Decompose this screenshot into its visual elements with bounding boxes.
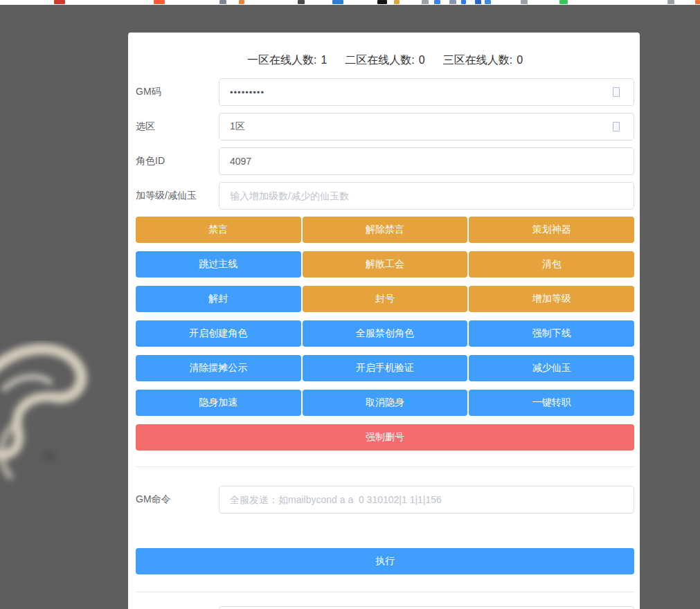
bookmarks-strip <box>0 0 700 5</box>
gm-tool-card: 一区在线人数:1 二区在线人数:0 三区在线人数:0 GM码 •••••••••… <box>128 33 640 609</box>
gm-command-label: GM命令 <box>136 493 219 506</box>
level-jade-row: 加等级/减仙玉 <box>136 182 634 210</box>
zone-select[interactable]: 1区 <box>219 113 634 140</box>
unban-button[interactable]: 解封 <box>136 286 301 312</box>
favicon-icon[interactable] <box>667 0 674 4</box>
zone3-online-value: 0 <box>517 54 523 66</box>
zone1-online-count: 一区在线人数:1 <box>247 53 327 68</box>
button-row-1: 禁言 解除禁言 策划神器 <box>136 217 634 243</box>
gm-code-label: GM码 <box>136 86 219 98</box>
role-id-row: 角色ID <box>136 147 634 175</box>
role-id-input[interactable] <box>230 156 623 167</box>
background-smudge <box>42 451 57 461</box>
role-id-label: 角色ID <box>136 155 219 167</box>
favicon-icon[interactable] <box>461 0 466 4</box>
online-counts: 一区在线人数:1 二区在线人数:0 三区在线人数:0 <box>136 53 634 68</box>
favicon-icon[interactable] <box>695 0 700 4</box>
zone1-online-value: 1 <box>321 54 327 66</box>
favicon-icon[interactable] <box>475 0 481 4</box>
gm-code-masked-value: ••••••••• <box>230 87 264 98</box>
force-offline-button[interactable]: 强制下线 <box>469 320 634 347</box>
favicon-icon[interactable] <box>485 0 491 4</box>
zone2-online-label: 二区在线人数: <box>345 54 414 66</box>
dropdown-icon[interactable] <box>613 122 620 131</box>
gm-command-input[interactable] <box>230 494 623 505</box>
zone-select-label: 选区 <box>136 120 219 133</box>
favicon-icon[interactable] <box>377 0 387 4</box>
smoke-background-image <box>0 340 108 486</box>
mute-button[interactable]: 禁言 <box>136 217 301 243</box>
gm-code-row: GM码 ••••••••• <box>136 78 634 106</box>
favicon-icon[interactable] <box>449 0 456 4</box>
button-row-4: 开启创建角色 全服禁创角色 强制下线 <box>136 320 634 347</box>
button-row-2: 跳过主线 解散工会 清包 <box>136 251 634 278</box>
favicon-icon[interactable] <box>422 0 429 4</box>
favicon-icon[interactable] <box>332 0 343 4</box>
forbid-create-role-button[interactable]: 全服禁创角色 <box>303 320 468 347</box>
zone3-online-label: 三区在线人数: <box>443 54 512 66</box>
zone1-online-label: 一区在线人数: <box>247 54 316 66</box>
level-jade-input[interactable] <box>230 190 623 201</box>
favicon-icon[interactable] <box>298 0 305 4</box>
divider <box>136 592 634 592</box>
enable-phone-verify-button[interactable]: 开启手机验证 <box>303 355 468 381</box>
zone3-online-count: 三区在线人数:0 <box>443 53 523 68</box>
gm-code-field[interactable]: ••••••••• <box>219 78 634 106</box>
one-key-class-change-button[interactable]: 一键转职 <box>469 390 634 416</box>
favicon-icon[interactable] <box>219 0 226 4</box>
ban-button[interactable]: 封号 <box>303 286 468 312</box>
stealth-speed-button[interactable]: 隐身加速 <box>136 390 301 416</box>
clear-bag-button[interactable]: 清包 <box>469 251 634 278</box>
divider <box>136 466 634 467</box>
button-row-3: 解封 封号 增加等级 <box>136 286 634 312</box>
favicon-icon[interactable] <box>239 0 244 4</box>
favicon-icon[interactable] <box>434 0 440 4</box>
gm-command-row: GM命令 <box>136 486 634 513</box>
disband-guild-button[interactable]: 解散工会 <box>303 251 468 278</box>
button-row-6: 隐身加速 取消隐身 一键转职 <box>136 390 634 416</box>
zone2-online-count: 二区在线人数:0 <box>345 53 424 68</box>
favicon-icon[interactable] <box>154 0 165 4</box>
zone2-online-value: 0 <box>419 54 425 66</box>
force-delete-account-button[interactable]: 强制删号 <box>136 424 634 451</box>
clear-stall-notice-button[interactable]: 清除摆摊公示 <box>136 355 301 381</box>
role-id-field-wrap <box>219 147 634 175</box>
favicon-icon[interactable] <box>521 0 528 4</box>
gm-command-field-wrap <box>219 486 634 513</box>
add-level-button[interactable]: 增加等级 <box>469 286 634 312</box>
favicon-icon[interactable] <box>54 0 65 4</box>
favicon-icon[interactable] <box>559 0 568 4</box>
favicon-icon[interactable] <box>394 0 400 4</box>
reduce-jade-button[interactable]: 减少仙玉 <box>469 355 634 381</box>
button-row-danger: 强制删号 <box>136 424 634 451</box>
unmute-button[interactable]: 解除禁言 <box>303 217 468 243</box>
button-row-5: 清除摆摊公示 开启手机验证 减少仙玉 <box>136 355 634 381</box>
bottom-input[interactable] <box>219 606 634 609</box>
zone-select-row: 选区 1区 <box>136 113 634 140</box>
zone-select-value: 1区 <box>230 120 245 133</box>
enable-create-role-button[interactable]: 开启创建角色 <box>136 320 301 347</box>
level-jade-field-wrap <box>219 182 634 210</box>
skip-mainline-button[interactable]: 跳过主线 <box>136 251 301 278</box>
password-toggle-icon[interactable] <box>613 87 620 97</box>
execute-button[interactable]: 执行 <box>136 548 634 574</box>
cancel-stealth-button[interactable]: 取消隐身 <box>303 390 468 416</box>
planner-tool-button[interactable]: 策划神器 <box>469 217 634 243</box>
level-jade-label: 加等级/减仙玉 <box>136 190 219 202</box>
